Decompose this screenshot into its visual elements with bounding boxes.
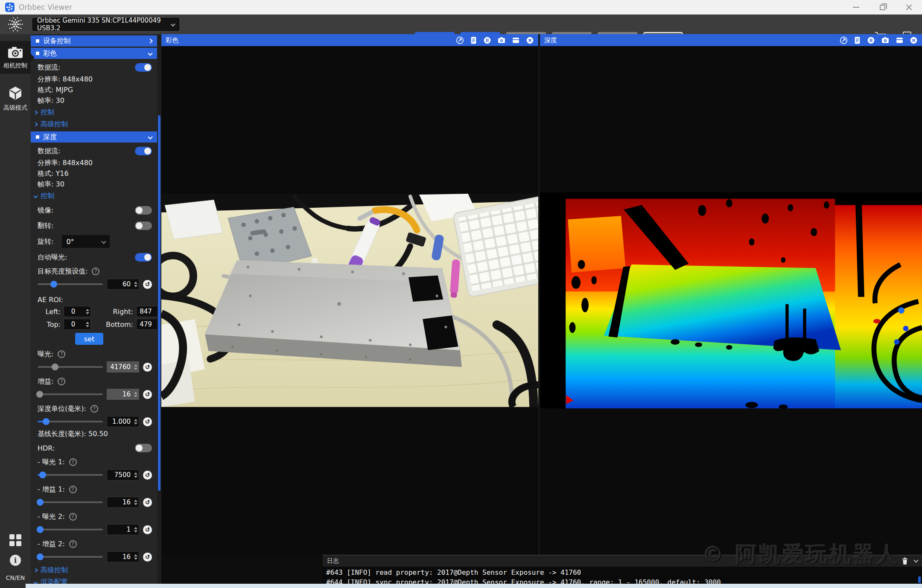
depth-panel: 深度: [540, 34, 922, 555]
depth-unit-input[interactable]: 1.000: [107, 416, 139, 427]
help-icon[interactable]: ?: [69, 486, 77, 493]
hdr-gain1-label: - 增益 1:: [38, 485, 65, 494]
auto-exposure-toggle[interactable]: [135, 253, 152, 262]
info-icon[interactable]: i: [10, 555, 21, 566]
hdr-gain2-input[interactable]: 16: [107, 551, 139, 562]
reset-icon[interactable]: [143, 553, 152, 562]
device-selector[interactable]: Orbbec Gemini 335 SN:CP1L44P00049 USB3.2: [32, 18, 179, 31]
exposure-input[interactable]: 41760: [107, 361, 139, 373]
reset-icon[interactable]: [143, 498, 152, 507]
save-icon[interactable]: [896, 37, 904, 44]
help-icon[interactable]: ?: [58, 350, 65, 358]
chevron-right-icon: [34, 122, 38, 126]
watermark: © 阿凯爱玩机器人: [703, 540, 900, 569]
reset-icon[interactable]: [143, 363, 152, 372]
close-icon[interactable]: [526, 36, 534, 44]
help-icon[interactable]: ?: [58, 378, 65, 385]
gain-slider[interactable]: [38, 393, 103, 395]
titlebar: Orbbec Viewer: [0, 0, 922, 15]
device-selector-value: Orbbec Gemini 335 SN:CP1L44P00049 USB3.2: [37, 17, 172, 32]
roi-right-input[interactable]: 847: [136, 306, 157, 317]
depth-control-link[interactable]: 控制: [31, 190, 157, 202]
exposure-label: 曝光:: [38, 350, 53, 359]
help-icon[interactable]: ?: [90, 405, 98, 413]
color-format: 格式: MJPG: [31, 85, 157, 96]
hdr-exposure2-input[interactable]: 1: [107, 524, 139, 535]
apps-grid-icon[interactable]: [9, 534, 21, 546]
camera-icon: [7, 46, 23, 59]
vertical-scrollbar-mark[interactable]: [918, 576, 921, 583]
capture-icon[interactable]: [881, 36, 890, 44]
roi-set-button[interactable]: set: [75, 333, 103, 345]
flip-toggle[interactable]: [135, 221, 152, 230]
reset-icon[interactable]: [143, 471, 152, 480]
rail-item-camera-control[interactable]: 相机控制: [0, 41, 31, 74]
rotate-dropdown[interactable]: 0°: [62, 235, 110, 248]
pause-icon[interactable]: [483, 36, 491, 44]
hdr-exposure1-slider[interactable]: [38, 474, 103, 476]
hdr-gain2-slider[interactable]: [38, 556, 103, 558]
reset-icon[interactable]: [143, 280, 152, 289]
baseline-length: 基线长度(毫米): 50.50: [31, 429, 157, 440]
close-icon[interactable]: [910, 36, 918, 44]
reset-icon[interactable]: [143, 525, 152, 534]
gain-input[interactable]: 16: [107, 389, 139, 400]
expand-icon[interactable]: [840, 36, 848, 44]
mirror-label: 镜像:: [38, 206, 53, 215]
section-header-depth[interactable]: 深度: [31, 131, 157, 143]
minimize-button[interactable]: [843, 0, 869, 15]
capture-icon[interactable]: [497, 36, 506, 44]
help-icon[interactable]: ?: [69, 540, 77, 548]
horizontal-scrollbar[interactable]: [26, 584, 922, 588]
section-header-color[interactable]: 彩色: [31, 48, 157, 59]
log-file-icon[interactable]: [470, 36, 477, 44]
color-advanced-link[interactable]: 高级控制: [31, 118, 157, 130]
help-icon[interactable]: ?: [69, 458, 77, 466]
help-icon[interactable]: ?: [92, 268, 99, 275]
log-file-icon[interactable]: [854, 36, 861, 44]
trash-icon[interactable]: [902, 557, 908, 565]
target-brightness-input[interactable]: 60: [107, 279, 139, 290]
ae-roi-title: AE ROI:: [31, 294, 157, 305]
expand-icon[interactable]: [456, 36, 464, 44]
rail-item-advanced-mode[interactable]: 高级模式: [0, 81, 31, 116]
mirror-toggle[interactable]: [135, 206, 152, 215]
sidebar-scrollbar[interactable]: [157, 34, 161, 588]
cube-icon: [8, 86, 23, 101]
hdr-toggle[interactable]: [135, 444, 152, 452]
color-stream-toggle[interactable]: [135, 63, 152, 72]
hdr-gain1-slider[interactable]: [38, 501, 103, 503]
sidebar-scrollbar-thumb[interactable]: [158, 115, 160, 491]
save-icon[interactable]: [512, 37, 520, 44]
color-control-link[interactable]: 控制: [31, 106, 157, 118]
pause-icon[interactable]: [867, 36, 875, 44]
depth-unit-slider[interactable]: [38, 421, 103, 422]
chevron-down-icon[interactable]: [913, 558, 918, 562]
color-framerate: 帧率: 30: [31, 96, 157, 106]
chevron-down-icon: [148, 134, 152, 139]
close-button[interactable]: [896, 0, 922, 15]
roi-left-input[interactable]: 0: [64, 306, 91, 317]
reset-icon[interactable]: [143, 417, 152, 426]
target-brightness-slider[interactable]: [38, 283, 103, 285]
section-header-device-control[interactable]: 设备控制: [31, 35, 157, 47]
orbbec-logo-icon: [0, 15, 31, 34]
hdr-exposure2-slider[interactable]: [38, 529, 103, 530]
hdr-gain1-input[interactable]: 16: [107, 497, 139, 508]
color-video-frame: [161, 194, 538, 407]
reset-icon[interactable]: [143, 390, 152, 399]
rail-item-label: 高级模式: [3, 104, 27, 112]
depth-stream-toggle[interactable]: [135, 147, 152, 155]
maximize-button[interactable]: [869, 0, 896, 15]
depth-advanced-link[interactable]: 高级控制: [31, 564, 157, 576]
stepper-icon[interactable]: [133, 282, 139, 287]
roi-top-input[interactable]: 0: [64, 319, 91, 330]
depth-unit-label: 深度单位(毫米):: [38, 405, 86, 413]
roi-bottom-input[interactable]: 479: [136, 319, 157, 330]
chevron-down-icon: [148, 51, 152, 55]
help-icon[interactable]: ?: [69, 513, 77, 521]
language-toggle[interactable]: CN/EN: [6, 574, 25, 581]
exposure-slider[interactable]: [38, 366, 103, 368]
hdr-exposure1-input[interactable]: 7500: [107, 469, 139, 480]
color-resolution: 分辨率: 848x480: [31, 74, 157, 85]
